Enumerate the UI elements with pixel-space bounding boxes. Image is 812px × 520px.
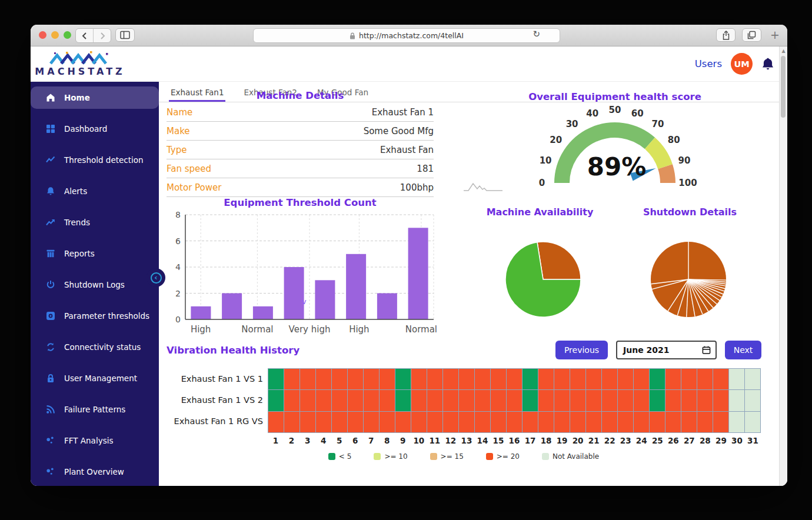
sidebar-item-plant-overview[interactable]: Plant Overview xyxy=(31,461,159,483)
detail-label: Motor Power xyxy=(167,182,221,193)
heatmap-cell-alert xyxy=(284,369,299,389)
detail-value: Exhaust Fan 1 xyxy=(372,107,434,118)
heatmap-cell-alert xyxy=(443,369,458,389)
back-button[interactable] xyxy=(76,29,93,42)
svg-text:80: 80 xyxy=(668,135,680,145)
sidebar-item-threshold-detection[interactable]: Threshold detection xyxy=(31,149,159,171)
tab-overview-button[interactable] xyxy=(742,28,761,42)
heatmap-row-label: Exhaust Fan 1 VS 1 xyxy=(167,368,263,389)
heatmap-cell-alert xyxy=(300,412,315,432)
sidebar-item-fft-analysis[interactable]: FFT Analysis xyxy=(31,429,159,452)
avatar[interactable]: UM xyxy=(731,53,753,75)
previous-month-button[interactable]: Previous xyxy=(555,341,608,359)
address-bar[interactable]: http://machstatz.com/4tellAI xyxy=(253,28,560,43)
sidebar-item-dashboard[interactable]: Dashboard xyxy=(31,118,159,140)
window-controls xyxy=(39,31,71,39)
heatmap-cell-alert xyxy=(586,369,601,389)
sidebar-item-parameter-thresholds[interactable]: Parameter thresholds xyxy=(31,305,159,327)
day-label: 27 xyxy=(681,436,697,445)
day-label: 25 xyxy=(650,436,665,445)
heatmap-cell-alert xyxy=(697,369,713,389)
share-button[interactable] xyxy=(716,28,736,42)
detail-row-name: NameExhaust Fan 1 xyxy=(167,103,434,122)
day-label: 13 xyxy=(458,436,474,445)
heatmap-cell-alert xyxy=(443,412,458,432)
heatmap-cell-alert xyxy=(681,390,697,411)
legend-item-not-available: Not Available xyxy=(542,452,599,461)
month-picker-value: June 2021 xyxy=(623,345,669,355)
heatmap-cell-alert xyxy=(411,369,427,389)
bell-icon[interactable] xyxy=(761,57,774,71)
next-month-button[interactable]: Next xyxy=(725,341,761,359)
day-label: 23 xyxy=(618,436,634,445)
sidebar-item-trends[interactable]: Trends xyxy=(31,211,159,234)
sidebar-toggle-button[interactable] xyxy=(115,28,135,42)
sidebar-item-connectivity-status[interactable]: Connectivity status xyxy=(31,336,159,358)
day-label: 14 xyxy=(474,436,490,445)
scroll-up-arrow-icon[interactable]: ▲ xyxy=(780,46,787,54)
svg-text:6: 6 xyxy=(175,236,181,246)
sidebar-collapse-button[interactable]: ‹ xyxy=(147,268,165,287)
sidebar-item-shutdown-logs[interactable]: Shutdown Logs xyxy=(31,274,159,296)
forward-button[interactable] xyxy=(93,29,111,42)
heatmap-cell-alert xyxy=(602,412,617,432)
minimize-window-button[interactable] xyxy=(51,31,59,39)
svg-text:100: 100 xyxy=(678,178,697,188)
day-label: 28 xyxy=(697,436,713,445)
heatmap-cell-alert xyxy=(634,369,649,389)
sidebar-item-user-management[interactable]: User Management xyxy=(31,367,159,389)
table-icon xyxy=(46,249,55,258)
heatmap-cell-ok xyxy=(395,369,411,389)
detail-value: Some Good Mfg xyxy=(364,126,434,136)
month-picker-input[interactable]: June 2021 xyxy=(616,341,717,359)
sync-icon xyxy=(46,342,55,352)
app-header: MACHSTATZ Users UM xyxy=(31,46,787,82)
heatmap-cell-alert xyxy=(380,369,395,389)
detail-value: 181 xyxy=(417,164,434,174)
legend-label: < 5 xyxy=(339,452,352,461)
day-label: 26 xyxy=(665,436,681,445)
heatmap-cell-alert xyxy=(713,369,728,389)
day-label: 4 xyxy=(315,436,331,445)
heatmap-cell-alert xyxy=(316,390,331,411)
sidebar-item-home[interactable]: Home xyxy=(31,86,159,109)
day-label: 18 xyxy=(538,436,554,445)
sidebar-item-failure-patterns[interactable]: Failure Patterns xyxy=(31,398,159,421)
close-window-button[interactable] xyxy=(39,31,46,39)
heatmap-cell-alert xyxy=(618,390,633,411)
heatmap-cell-alert xyxy=(459,369,474,389)
detail-row-make: MakeSome Good Mfg xyxy=(167,122,434,141)
sidebar-item-label: Reports xyxy=(64,249,95,258)
page-scrollbar[interactable]: ▲ xyxy=(779,46,787,486)
reload-icon[interactable]: ↻ xyxy=(533,30,540,39)
zoom-window-button[interactable] xyxy=(64,31,71,39)
legend-item-15: >= 15 xyxy=(430,452,464,461)
sidebar-item-reports[interactable]: Reports xyxy=(31,242,159,265)
heatmap-cell-alert xyxy=(507,369,522,389)
detail-label: Fan speed xyxy=(167,164,211,174)
equipment-threshold-bar-chart: 02468HighNormalVery highHighNormalv xyxy=(167,210,437,337)
heatmap-cell-alert xyxy=(316,412,331,432)
heatmap-cell-alert xyxy=(713,390,728,411)
scrollbar-thumb[interactable] xyxy=(781,56,786,118)
sidebar-item-label: Trends xyxy=(64,218,90,227)
legend-label: >= 20 xyxy=(497,452,520,461)
svg-text:10: 10 xyxy=(540,155,552,166)
lock-icon xyxy=(46,374,55,383)
detail-row-type: TypeExhaust Fan xyxy=(167,141,434,159)
vibration-heatmap-grid xyxy=(268,368,761,433)
heatmap-cell-na xyxy=(729,390,744,411)
legend-item-5: < 5 xyxy=(328,452,352,461)
heatmap-cell-alert xyxy=(713,412,728,432)
legend-label: >= 10 xyxy=(384,452,407,461)
day-label: 15 xyxy=(490,436,506,445)
day-label: 21 xyxy=(586,436,602,445)
gear-square-icon xyxy=(46,311,55,321)
sidebar-item-alerts[interactable]: Alerts xyxy=(31,180,159,202)
heatmap-cell-alert xyxy=(538,412,554,432)
day-label: 6 xyxy=(347,436,363,445)
new-tab-button[interactable]: + xyxy=(770,29,780,41)
svg-text:90: 90 xyxy=(678,155,690,166)
users-link[interactable]: Users xyxy=(695,58,722,69)
bell-icon xyxy=(46,186,55,196)
